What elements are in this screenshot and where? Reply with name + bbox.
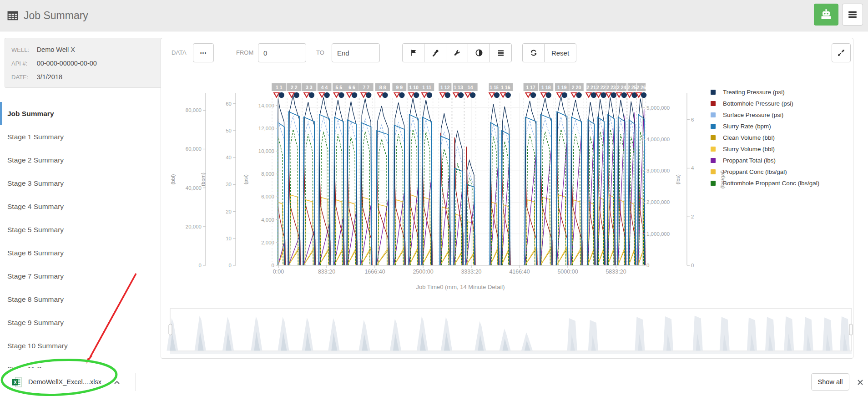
job-chart[interactable]: 020,00040,00060,00080,000(bbl)0102030405… [0,0,868,396]
svg-text:(lbs/gal): (lbs/gal) [720,170,725,188]
svg-text:3,000,000: 3,000,000 [646,168,670,173]
svg-text:1 12: 1 12 [440,85,450,90]
svg-text:1 19: 1 19 [557,85,567,90]
svg-text:0: 0 [646,263,649,268]
svg-text:5833:20: 5833:20 [606,269,626,275]
svg-text:50: 50 [226,128,232,133]
svg-text:4 4: 4 4 [321,85,328,90]
svg-text:2 23: 2 23 [606,85,616,90]
svg-text:1 15: 1 15 [490,85,499,90]
svg-text:80,000: 80,000 [186,107,202,113]
minimap-handle[interactable] [169,324,172,335]
svg-text:1 18: 1 18 [541,85,551,90]
svg-text:40: 40 [226,155,232,160]
svg-text:2 26: 2 26 [636,85,646,90]
svg-text:30: 30 [226,182,232,187]
app-root: Job Summary WELL: Demo Well X [0,0,868,396]
svg-text:5000:00: 5000:00 [557,269,578,275]
svg-text:10: 10 [226,236,232,241]
svg-text:5 5: 5 5 [336,85,343,90]
svg-text:6: 6 [691,117,694,122]
svg-text:6,000: 6,000 [261,194,274,199]
svg-text:833:20: 833:20 [318,269,335,275]
svg-text:20,000: 20,000 [186,224,202,229]
svg-text:60: 60 [226,101,232,107]
svg-text:3 3: 3 3 [306,85,313,90]
svg-text:9 9: 9 9 [396,85,403,90]
svg-text:2 22: 2 22 [596,85,606,90]
svg-text:0: 0 [272,263,274,268]
svg-text:1 1: 1 1 [276,85,283,90]
svg-text:4,000: 4,000 [261,217,274,223]
svg-text:8 8: 8 8 [379,85,386,90]
svg-text:1 16: 1 16 [501,85,510,90]
minimap-handle[interactable] [849,324,853,335]
svg-text:1 10: 1 10 [409,85,419,90]
svg-text:2,000,000: 2,000,000 [646,199,670,205]
svg-text:40,000: 40,000 [186,185,202,191]
svg-text:1 13: 1 13 [454,85,463,90]
svg-text:6 6: 6 6 [348,85,355,90]
svg-text:0:00: 0:00 [273,269,284,275]
svg-text:0: 0 [691,263,694,268]
svg-text:7 7: 7 7 [363,85,369,90]
svg-text:14: 14 [468,85,473,90]
svg-text:Job Time0 (mm, 14 Minute Detai: Job Time0 (mm, 14 Minute Detail) [416,284,505,290]
svg-text:1 11: 1 11 [422,85,431,90]
svg-text:2 25: 2 25 [627,85,637,90]
svg-text:1 17: 1 17 [526,85,535,90]
svg-text:5,000,000: 5,000,000 [646,105,670,111]
svg-text:2: 2 [691,214,694,219]
svg-text:2500:00: 2500:00 [413,269,433,275]
svg-text:(bbl): (bbl) [170,174,176,184]
svg-text:2 21: 2 21 [586,85,596,90]
svg-text:8,000: 8,000 [261,171,274,177]
svg-text:4: 4 [691,165,694,171]
svg-text:2 24: 2 24 [617,85,626,90]
svg-text:1666:40: 1666:40 [364,269,385,275]
svg-text:12,000: 12,000 [258,126,274,131]
svg-text:2 20: 2 20 [572,85,581,90]
svg-text:60,000: 60,000 [186,146,202,152]
svg-text:(psi): (psi) [243,174,248,185]
svg-text:20: 20 [226,209,232,214]
svg-text:2 2: 2 2 [291,85,298,90]
svg-text:4166:40: 4166:40 [509,269,530,275]
svg-text:10,000: 10,000 [258,148,274,154]
svg-text:14,000: 14,000 [258,103,274,108]
svg-text:(bpm): (bpm) [200,173,206,186]
svg-text:4,000,000: 4,000,000 [646,137,670,142]
svg-text:0: 0 [229,263,232,268]
svg-text:0: 0 [199,263,202,268]
svg-text:3333:20: 3333:20 [461,269,481,275]
svg-text:(lbs): (lbs) [675,174,681,185]
svg-text:2,000: 2,000 [261,240,274,245]
svg-text:1,000,000: 1,000,000 [646,231,670,237]
